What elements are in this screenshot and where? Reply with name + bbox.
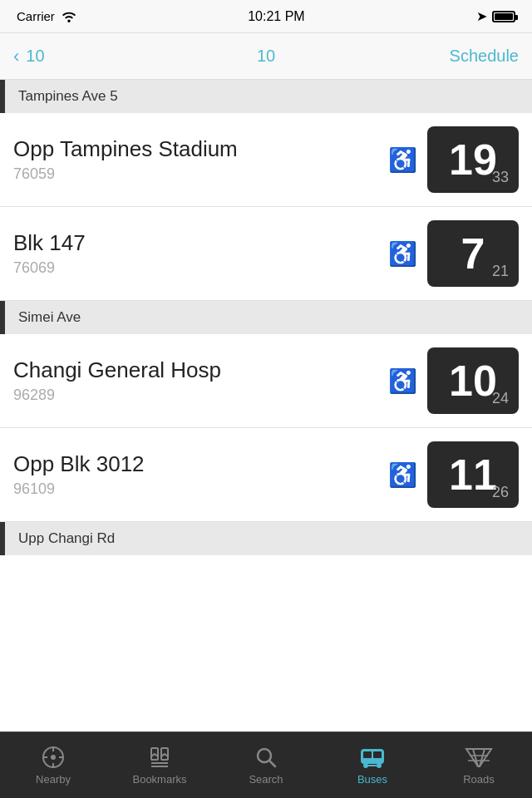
arrival-main: 7 (461, 232, 485, 275)
back-label: 10 (26, 47, 44, 66)
wheelchair-icon: ♿ (388, 146, 417, 174)
stop-icons: ♿ (388, 461, 417, 489)
svg-marker-18 (466, 749, 491, 766)
tab-roads-label: Roads (463, 773, 495, 786)
stop-icons: ♿ (388, 146, 417, 174)
tab-bookmarks-label: Bookmarks (132, 773, 186, 786)
list-item[interactable]: Opp Blk 3012 96109 ♿ 11 26 (0, 428, 532, 522)
svg-point-1 (51, 755, 56, 760)
arrival-sub: 24 (492, 390, 509, 407)
stop-icons: ♿ (388, 367, 417, 395)
tab-nearby[interactable]: Nearby (0, 732, 106, 798)
status-time: 10:21 PM (248, 9, 304, 24)
arrival-badge: 11 26 (427, 441, 519, 508)
stops-content: Tampines Ave 5 Opp Tampines Stadium 7605… (0, 80, 532, 732)
section-header-text-simei: Simei Ave (18, 309, 81, 326)
arrival-sub: 33 (492, 169, 509, 186)
stop-info: Changi General Hosp 96289 (13, 357, 388, 404)
list-item[interactable]: Changi General Hosp 96289 ♿ 10 24 (0, 334, 532, 428)
status-bar: Carrier 10:21 PM ➤ (0, 0, 532, 33)
stop-code: 96109 (13, 480, 388, 498)
section-header-text-tampines: Tampines Ave 5 (18, 88, 118, 105)
svg-point-16 (377, 763, 382, 768)
nearby-icon (41, 745, 66, 770)
arrival-main: 11 (449, 453, 497, 496)
section-header-tampines: Tampines Ave 5 (0, 80, 532, 113)
svg-line-11 (269, 761, 275, 766)
buses-icon (358, 745, 387, 770)
tab-buses[interactable]: Buses (319, 732, 426, 798)
tab-roads[interactable]: Roads (426, 732, 532, 798)
wheelchair-icon: ♿ (388, 367, 417, 395)
tab-buses-label: Buses (357, 773, 387, 786)
tab-nearby-label: Nearby (36, 773, 71, 786)
arrival-sub: 26 (492, 484, 509, 501)
status-right: ➤ (476, 8, 515, 24)
arrival-sub: 21 (492, 263, 509, 280)
arrival-main: 19 (449, 138, 497, 181)
stop-code: 76069 (13, 259, 388, 277)
battery-icon (492, 11, 515, 22)
stop-code: 96289 (13, 387, 388, 404)
nav-arrow-icon: ➤ (476, 8, 487, 24)
nav-back-button[interactable]: ‹ 10 (0, 47, 133, 66)
nav-title: 10 (133, 47, 399, 66)
tab-bar: Nearby Bookmarks Search Buses (0, 732, 532, 798)
wifi-icon (62, 11, 76, 22)
svg-rect-14 (373, 751, 382, 758)
section-header-text-uppchangi: Upp Changi Rd (18, 530, 115, 547)
tab-bookmarks[interactable]: Bookmarks (106, 732, 213, 798)
svg-point-15 (363, 763, 368, 768)
list-item[interactable]: Opp Tampines Stadium 76059 ♿ 19 33 (0, 113, 532, 207)
section-header-simei: Simei Ave (0, 301, 532, 334)
section-header-uppchangi: Upp Changi Rd (0, 522, 532, 555)
roads-icon (465, 745, 493, 770)
arrival-badge: 19 33 (427, 126, 519, 193)
status-carrier: Carrier (17, 9, 76, 23)
nav-header: ‹ 10 10 Schedule (0, 33, 532, 80)
stop-name: Opp Blk 3012 (13, 451, 388, 477)
schedule-button[interactable]: Schedule (399, 47, 532, 66)
stop-icons: ♿ (388, 240, 417, 268)
search-icon (254, 745, 278, 770)
stop-info: Opp Tampines Stadium 76059 (13, 136, 388, 183)
back-chevron-icon: ‹ (13, 47, 19, 66)
svg-marker-19 (473, 749, 485, 766)
carrier-text: Carrier (17, 9, 55, 23)
wheelchair-icon: ♿ (388, 461, 417, 489)
stop-info: Opp Blk 3012 96109 (13, 451, 388, 498)
arrival-badge: 10 24 (427, 347, 519, 414)
stop-code: 76059 (13, 165, 388, 183)
tab-search-label: Search (249, 773, 283, 786)
bookmarks-icon (147, 745, 172, 770)
stop-name: Changi General Hosp (13, 357, 388, 383)
tab-search[interactable]: Search (213, 732, 319, 798)
arrival-badge: 7 21 (427, 220, 519, 287)
svg-rect-13 (363, 751, 372, 758)
list-item[interactable]: Blk 147 76069 ♿ 7 21 (0, 207, 532, 301)
stop-name: Blk 147 (13, 230, 388, 256)
wheelchair-icon: ♿ (388, 240, 417, 268)
stop-info: Blk 147 76069 (13, 230, 388, 277)
stop-name: Opp Tampines Stadium (13, 136, 388, 162)
arrival-main: 10 (449, 359, 497, 402)
